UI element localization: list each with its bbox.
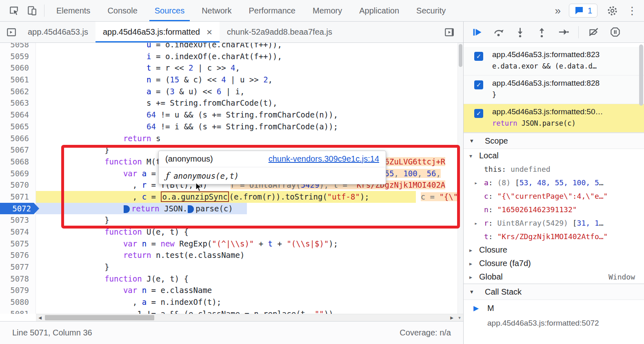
- code-text[interactable]: function J(e, t) {: [36, 273, 463, 285]
- scroll-left-icon[interactable]: ◀: [36, 314, 44, 321]
- scope-row-this[interactable]: this: undefined: [464, 162, 644, 176]
- line-number[interactable]: 5067: [0, 144, 36, 156]
- panel-tab-memory[interactable]: Memory: [304, 0, 351, 21]
- line-number[interactable]: 5068: [0, 156, 36, 168]
- step-into-button[interactable]: [510, 24, 530, 41]
- line-number[interactable]: 5071: [0, 191, 36, 203]
- line-number[interactable]: 5062: [0, 86, 36, 98]
- code-text[interactable]: s += String.fromCharCode(t),: [36, 97, 463, 109]
- breakpoint-entry[interactable]: ✓app.45d46a53.js:formatted:823e.data.exo…: [464, 47, 644, 75]
- code-text[interactable]: 64 != u && (s += String.fromCharCode(n))…: [36, 109, 463, 121]
- scope-row-closure-fa7d-[interactable]: ▸Closure (fa7d): [464, 257, 644, 270]
- scope-row-local[interactable]: ▾Local: [464, 149, 644, 162]
- line-number[interactable]: 5072: [0, 203, 36, 215]
- panel-tab-application[interactable]: Application: [351, 0, 408, 21]
- inline-breakpoint-marker[interactable]: [188, 205, 194, 213]
- console-messages-button[interactable]: 1: [569, 4, 597, 18]
- more-panels-icon[interactable]: »: [555, 4, 560, 17]
- code-text[interactable]: , a = n.indexOf(t);: [36, 296, 463, 308]
- line-number[interactable]: 5078: [0, 273, 36, 285]
- line-number[interactable]: 5059: [0, 51, 36, 62]
- line-number[interactable]: 5073: [0, 214, 36, 226]
- panel-tab-elements[interactable]: Elements: [48, 0, 99, 21]
- deactivate-breakpoints-button[interactable]: [584, 24, 604, 41]
- line-number[interactable]: 5063: [0, 97, 36, 109]
- breakpoint-checkbox[interactable]: ✓: [474, 109, 483, 118]
- panel-tab-security[interactable]: Security: [408, 0, 454, 21]
- call-stack-frame-location[interactable]: app.45d46a53.js:formatted:5072: [464, 316, 644, 333]
- scope-section-header[interactable]: ▾ Scope: [464, 133, 644, 149]
- panel-tab-console[interactable]: Console: [99, 0, 146, 21]
- file-tab[interactable]: chunk-52a9add8.beaa7fea.js: [220, 22, 340, 42]
- step-out-button[interactable]: [532, 24, 552, 41]
- editor-vertical-scrollbar[interactable]: [457, 43, 463, 314]
- code-text[interactable]: function U(e, t) {: [36, 226, 463, 238]
- line-number[interactable]: 5069: [0, 168, 36, 180]
- sidebar-scrollbar-thumb[interactable]: [639, 44, 643, 106]
- inspect-element-icon[interactable]: [5, 2, 23, 20]
- code-text[interactable]: n = (15 & c) << 4 | u >> 2,: [36, 74, 463, 86]
- disclosure-triangle-icon[interactable]: ▾: [469, 153, 479, 159]
- code-text[interactable]: -1 != a && (e.className = n.replace(t, "…: [36, 308, 463, 314]
- panel-tab-sources[interactable]: Sources: [146, 0, 193, 21]
- code-text[interactable]: , c = o.a.gunzipSync(e.from(r)).toString…: [36, 191, 463, 203]
- show-debugger-sidebar-icon[interactable]: [440, 23, 458, 41]
- scroll-down-icon[interactable]: ▼: [456, 314, 463, 321]
- close-tab-icon[interactable]: ×: [207, 27, 212, 37]
- scope-row-c[interactable]: c: "{\"currentPage\":4,\"e…": [464, 189, 644, 203]
- resume-script-button[interactable]: [467, 24, 487, 41]
- vertical-scrollbar-thumb[interactable]: [459, 44, 462, 67]
- code-text[interactable]: return s: [36, 133, 463, 144]
- editor-horizontal-scrollbar[interactable]: ◀ ▶ ▼: [36, 314, 463, 321]
- line-number[interactable]: 5061: [0, 74, 36, 86]
- horizontal-scrollbar-thumb[interactable]: [45, 315, 154, 320]
- line-number[interactable]: 5079: [0, 284, 36, 296]
- settings-gear-icon[interactable]: [606, 4, 619, 17]
- line-number[interactable]: 5076: [0, 249, 36, 261]
- disclosure-triangle-icon[interactable]: ▸: [469, 247, 479, 253]
- panel-tab-network[interactable]: Network: [193, 0, 240, 21]
- line-number[interactable]: 5074: [0, 226, 36, 238]
- call-stack-section-header[interactable]: ▾ Call Stack: [464, 284, 644, 300]
- code-text[interactable]: var n = new RegExp("(^|\\s)" + t + "(\\s…: [36, 238, 463, 250]
- step-button[interactable]: [553, 24, 573, 41]
- disclosure-triangle-icon[interactable]: ▸: [469, 260, 479, 267]
- code-text[interactable]: u = o.indexOf(e.charAt(f++)),: [36, 43, 463, 51]
- disclosure-triangle-icon[interactable]: ▸: [474, 180, 484, 186]
- file-tab[interactable]: app.45d46a53.js: [20, 22, 95, 42]
- line-number[interactable]: 5058: [0, 43, 36, 51]
- line-number[interactable]: 5064: [0, 109, 36, 121]
- line-number[interactable]: 5065: [0, 121, 36, 133]
- code-text[interactable]: t = r << 2 | c >> 4,: [36, 62, 463, 74]
- scope-row-closure[interactable]: ▸Closure: [464, 243, 644, 257]
- disclosure-triangle-icon[interactable]: ▸: [474, 220, 484, 226]
- disclosure-triangle-icon[interactable]: ▸: [469, 274, 479, 280]
- breakpoint-checkbox[interactable]: ✓: [474, 52, 483, 61]
- step-over-button[interactable]: [489, 24, 509, 41]
- code-text[interactable]: 64 != i && (s += String.fromCharCode(a))…: [36, 121, 463, 133]
- scroll-right-icon[interactable]: ▶: [448, 314, 456, 321]
- line-number[interactable]: 5070: [0, 179, 36, 191]
- code-text[interactable]: }: [36, 261, 463, 273]
- code-text[interactable]: }: [36, 214, 463, 226]
- scope-row-t[interactable]: t: "Krs/ZDgzNjk1MOI402Atfo…": [464, 230, 644, 243]
- code-text[interactable]: a = (3 & u) << 6 | i,: [36, 86, 463, 98]
- scope-row-n[interactable]: n: "1650261462391132": [464, 203, 644, 216]
- line-number[interactable]: 5081: [0, 308, 36, 314]
- customize-menu-icon[interactable]: ⋮: [627, 4, 637, 17]
- inline-breakpoint-marker[interactable]: [124, 205, 130, 213]
- scope-row-r[interactable]: ▸r: Uint8Array(5429) [31, 1…: [464, 216, 644, 230]
- file-tab[interactable]: app.45d46a53.js:formatted×: [95, 22, 220, 42]
- line-number[interactable]: 5066: [0, 133, 36, 144]
- line-number[interactable]: 5075: [0, 238, 36, 250]
- code-text[interactable]: return JSON.parse(c): [36, 203, 463, 215]
- breakpoint-entry[interactable]: ✓app.45d46a53.js:formatted:828}: [464, 75, 644, 104]
- code-text[interactable]: i = o.indexOf(e.charAt(f++)),: [36, 51, 463, 62]
- line-number[interactable]: 5060: [0, 62, 36, 74]
- horizontal-scrollbar-track[interactable]: [44, 314, 448, 321]
- breakpoint-checkbox[interactable]: ✓: [474, 80, 483, 89]
- panel-tab-performance[interactable]: Performance: [240, 0, 304, 21]
- show-navigator-icon[interactable]: [2, 23, 20, 41]
- code-text[interactable]: var n = e.className: [36, 284, 463, 296]
- tooltip-source-link[interactable]: chunk-vendors.309c9e1c.js:14: [269, 154, 379, 164]
